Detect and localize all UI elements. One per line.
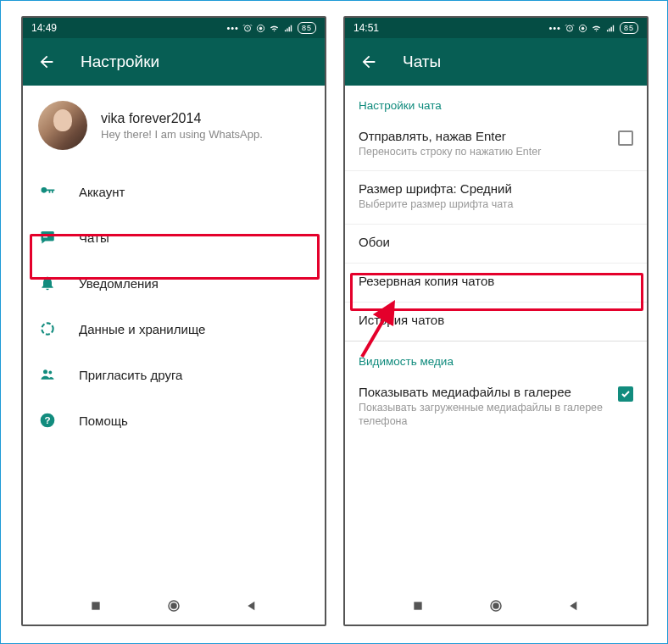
nav-bar (345, 587, 647, 625)
setting-media-visibility[interactable]: Показывать медиафайлы в галерее Показыва… (345, 375, 647, 441)
status-time: 14:49 (31, 22, 57, 34)
svg-point-7 (43, 369, 47, 374)
svg-point-13 (171, 603, 176, 608)
setting-primary: Резервная копия чатов (359, 274, 494, 288)
dots-icon: ••• (226, 23, 239, 33)
app-bar: Чаты (345, 38, 647, 86)
setting-wallpaper[interactable]: Обои (345, 225, 647, 264)
status-icons: ••• 85 (548, 22, 638, 34)
status-bar: 14:49 ••• 85 (23, 18, 325, 38)
setting-primary: Размер шрифта: Средний (359, 181, 513, 196)
setting-secondary: Выберите размер шрифта чата (359, 197, 513, 211)
avatar (38, 101, 87, 150)
svg-point-2 (259, 27, 262, 30)
svg-point-6 (42, 323, 53, 334)
menu-label: Данные и хранилище (79, 322, 205, 336)
data-icon (38, 319, 57, 338)
section-media: Видимость медиа (345, 341, 647, 375)
battery-indicator: 85 (298, 22, 316, 34)
menu-help[interactable]: ? Помощь (23, 397, 325, 443)
svg-point-8 (48, 371, 52, 375)
setting-font-size[interactable]: Размер шрифта: Средний Выберите размер ш… (345, 171, 647, 224)
checkbox-checked[interactable] (618, 386, 633, 402)
menu-label: Аккаунт (79, 185, 125, 199)
svg-rect-11 (92, 602, 99, 609)
svg-point-21 (493, 603, 498, 608)
wifi-icon (591, 24, 602, 33)
nav-bar (23, 587, 325, 625)
status-icons: ••• 85 (226, 22, 316, 34)
wifi-icon (269, 24, 280, 33)
record-icon (578, 24, 587, 33)
back-button[interactable] (352, 45, 386, 79)
checkbox-unchecked[interactable] (618, 130, 633, 146)
nav-recent[interactable] (86, 597, 105, 615)
back-button[interactable] (30, 45, 64, 79)
menu-account[interactable]: Аккаунт (23, 169, 325, 214)
setting-backup[interactable]: Резервная копия чатов (345, 264, 647, 303)
chat-settings-content: Настройки чата Отправлять, нажав Enter П… (345, 86, 647, 440)
chat-icon (38, 228, 57, 247)
setting-enter-send[interactable]: Отправлять, нажав Enter Переносить строк… (345, 119, 647, 171)
menu-invite[interactable]: Пригласить друга (23, 352, 325, 397)
profile-row[interactable]: vika forever2014 Hey there! I am using W… (23, 86, 325, 169)
nav-back[interactable] (242, 597, 261, 615)
phone-settings: 14:49 ••• 85 Настройки vika forever2014 … (21, 16, 326, 626)
arrow-left-icon (359, 53, 378, 71)
setting-history[interactable]: История чатов (345, 303, 647, 341)
phone-chats-settings: 14:51 ••• 85 Чаты Настройки чата Отправл… (343, 16, 649, 626)
setting-secondary: Переносить строку по нажатию Enter (359, 145, 541, 158)
setting-primary: История чатов (359, 313, 444, 327)
signal-icon (283, 24, 294, 33)
setting-primary: Обои (359, 235, 390, 249)
key-icon (38, 182, 57, 201)
svg-point-16 (582, 27, 584, 30)
menu-label: Пригласить друга (79, 368, 182, 382)
svg-rect-3 (42, 231, 54, 241)
arrow-left-icon (37, 53, 56, 71)
profile-texts: vika forever2014 Hey there! I am using W… (101, 111, 263, 141)
svg-rect-5 (43, 236, 47, 237)
page-title: Настройки (81, 53, 159, 71)
nav-recent[interactable] (409, 597, 427, 615)
status-time: 14:51 (353, 22, 379, 34)
status-bar: 14:51 ••• 85 (345, 18, 647, 38)
menu-data[interactable]: Данные и хранилище (23, 306, 325, 352)
svg-rect-4 (43, 235, 50, 236)
svg-rect-19 (414, 602, 421, 609)
section-chat-settings: Настройки чата (345, 86, 647, 119)
nav-home[interactable] (487, 597, 505, 615)
profile-status: Hey there! I am using WhatsApp. (101, 128, 263, 141)
alarm-icon (242, 23, 253, 33)
menu-label: Помощь (79, 414, 128, 428)
setting-primary: Отправлять, нажав Enter (359, 129, 541, 143)
record-icon (256, 24, 265, 33)
app-bar: Настройки (23, 38, 325, 86)
menu-label: Уведомления (79, 276, 159, 291)
bell-icon (38, 274, 57, 292)
battery-indicator: 85 (620, 22, 638, 34)
alarm-icon (565, 23, 575, 33)
people-icon (38, 365, 57, 384)
setting-primary: Показывать медиафайлы в галерее (359, 385, 608, 399)
profile-name: vika forever2014 (101, 111, 263, 126)
menu-label: Чаты (79, 230, 109, 245)
help-icon: ? (38, 411, 57, 430)
settings-content: vika forever2014 Hey there! I am using W… (23, 86, 325, 443)
nav-home[interactable] (164, 597, 183, 615)
menu-chats[interactable]: Чаты (23, 214, 325, 260)
signal-icon (605, 24, 616, 33)
setting-secondary: Показывать загруженные медиафайлы в гале… (359, 401, 608, 429)
menu-notifications[interactable]: Уведомления (23, 260, 325, 306)
svg-text:?: ? (44, 414, 50, 425)
nav-back[interactable] (565, 597, 583, 615)
page-title: Чаты (403, 53, 441, 71)
dots-icon: ••• (548, 23, 561, 33)
